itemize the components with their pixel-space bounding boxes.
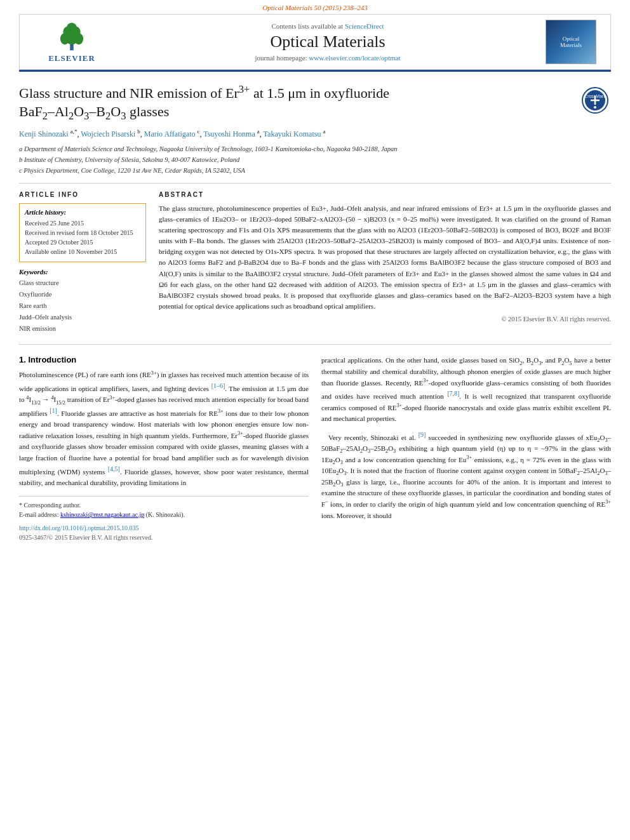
svg-point-12 xyxy=(594,106,596,109)
sciencedirect-anchor[interactable]: ScienceDirect xyxy=(345,22,384,30)
doi-area: http://dx.doi.org/10.1016/j.optmat.2015.… xyxy=(19,524,309,541)
intro-two-col: 1. Introduction Photoluminescence (PL) o… xyxy=(19,355,611,541)
article-info-abstract: ARTICLE INFO Article history: Received 2… xyxy=(19,191,611,334)
authors-line: Kenji Shinozaki a,*, Wojciech Pisarski b… xyxy=(19,128,611,140)
crossmark-badge: CrossMark xyxy=(579,84,611,116)
intro-col-left: 1. Introduction Photoluminescence (PL) o… xyxy=(19,355,309,541)
email-link[interactable]: kshinozaki@mst.nagaokaut.ac.jp xyxy=(60,511,144,518)
ref-1[interactable]: [1] xyxy=(50,407,57,414)
keyword-5: NIR emission xyxy=(19,323,146,335)
intro-paragraph-1: Photoluminescence (PL) of rare earth ion… xyxy=(19,370,309,488)
ref-4-5[interactable]: [4,5] xyxy=(108,465,120,472)
corresponding-note: * Corresponding author. xyxy=(19,500,309,510)
journal-header: ELSEVIER Contents lists available at Sci… xyxy=(19,14,611,70)
svg-point-6 xyxy=(67,23,77,34)
intro-text-col1: Photoluminescence (PL) of rare earth ion… xyxy=(19,370,309,488)
journal-name: Optical Materials xyxy=(116,32,539,51)
article-header: Glass structure and NIR emission of Er3+… xyxy=(0,72,630,334)
journal-homepage: journal homepage: www.elsevier.com/locat… xyxy=(116,54,539,62)
affiliation-a: a Department of Materials Science and Te… xyxy=(19,145,611,154)
abstract-column: ABSTRACT The glass structure, photolumin… xyxy=(159,191,611,334)
revised-date: Received in revised form 18 October 2015 xyxy=(25,228,140,237)
sciencedirect-link: Contents lists available at ScienceDirec… xyxy=(116,22,539,30)
intro-text-col2: practical applications. On the other han… xyxy=(321,355,611,521)
journal-cover-label: OpticalMaterials xyxy=(559,34,583,50)
abstract-text: The glass structure, photoluminescence p… xyxy=(159,203,611,311)
author-pisarski[interactable]: Wojciech Pisarski xyxy=(81,130,135,138)
footnote-area: * Corresponding author. E-mail address: … xyxy=(19,496,309,519)
elsevier-logo: ELSEVIER xyxy=(48,20,95,63)
crossmark-icon: CrossMark xyxy=(582,87,608,114)
accepted-date: Accepted 29 October 2015 xyxy=(25,237,140,247)
affiliation-c: c Physics Department, Coe College, 1220 … xyxy=(19,166,611,176)
keyword-4: Judd–Ofelt analysis xyxy=(19,312,146,323)
keyword-2: Oxyfluoride xyxy=(19,289,146,300)
journal-info-center: Contents lists available at ScienceDirec… xyxy=(116,22,539,62)
footer-copyright: 0925-3467/© 2015 Elsevier B.V. All right… xyxy=(19,534,309,541)
article-title: Glass structure and NIR emission of Er3+… xyxy=(19,84,611,121)
affiliation-b: b Institute of Chemistry, University of … xyxy=(19,156,611,165)
article-info-label: ARTICLE INFO xyxy=(19,191,146,198)
keywords-label: Keywords: xyxy=(19,269,146,276)
abstract-label: ABSTRACT xyxy=(159,191,611,198)
intro-paragraph-3: Very recently, Shinozaki et al. [9] succ… xyxy=(321,430,611,521)
ref-9[interactable]: [9] xyxy=(419,431,426,438)
author-shinozaki[interactable]: Kenji Shinozaki xyxy=(19,130,69,138)
author-honma[interactable]: Tsuyoshi Honma xyxy=(203,130,255,138)
elsevier-branding: ELSEVIER xyxy=(27,20,116,63)
elsevier-label: ELSEVIER xyxy=(48,53,95,63)
journal-cover: OpticalMaterials xyxy=(539,20,603,64)
homepage-link[interactable]: www.elsevier.com/locate/optmat xyxy=(309,54,400,62)
abstract-copyright: © 2015 Elsevier B.V. All rights reserved… xyxy=(159,316,611,323)
available-date: Available online 10 November 2015 xyxy=(25,247,140,257)
keyword-3: Rare earth xyxy=(19,300,146,312)
ref-7-8[interactable]: [7,8] xyxy=(447,390,459,397)
introduction-section: 1. Introduction Photoluminescence (PL) o… xyxy=(0,355,630,541)
intro-heading: 1. Introduction xyxy=(19,355,309,364)
article-info-divider xyxy=(19,183,611,183)
author-komatsu[interactable]: Takayuki Komatsu xyxy=(264,130,321,138)
email-note: E-mail address: kshinozaki@mst.nagaokaut… xyxy=(19,510,309,519)
journal-citation: Optical Materials 50 (2015) 238–243 xyxy=(0,0,630,14)
section-divider xyxy=(19,344,611,345)
ref-1-6[interactable]: [1–6] xyxy=(211,382,225,389)
elsevier-tree-icon xyxy=(53,20,91,52)
article-history-box: Article history: Received 25 June 2015 R… xyxy=(19,203,146,262)
author-affatigato[interactable]: Mario Affatigato xyxy=(144,130,196,138)
article-info-column: ARTICLE INFO Article history: Received 2… xyxy=(19,191,146,334)
doi-link[interactable]: http://dx.doi.org/10.1016/j.optmat.2015.… xyxy=(19,524,309,531)
history-label: Article history: xyxy=(25,209,140,216)
received-date: Received 25 June 2015 xyxy=(25,218,140,228)
journal-cover-image: OpticalMaterials xyxy=(546,20,596,64)
intro-col-right: practical applications. On the other han… xyxy=(321,355,611,541)
title-text-part1: Glass structure and NIR emission of Er3+… xyxy=(19,85,389,119)
intro-paragraph-2: practical applications. On the other han… xyxy=(321,355,611,424)
keyword-1: Glass structure xyxy=(19,277,146,289)
